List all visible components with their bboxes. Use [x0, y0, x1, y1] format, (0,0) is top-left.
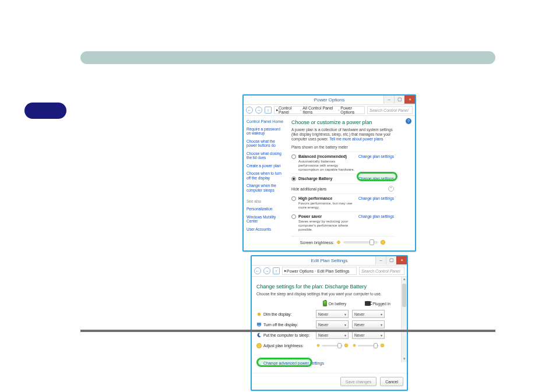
- crumb[interactable]: Power Options: [287, 269, 314, 273]
- sun-dim-icon: [337, 241, 340, 245]
- titlebar[interactable]: Power Options – ▢ ×: [244, 96, 415, 105]
- help-icon[interactable]: ?: [406, 118, 411, 124]
- crumb[interactable]: All Control Panel Items: [302, 106, 337, 114]
- change-plan-settings-link[interactable]: Change plan settings: [358, 154, 394, 158]
- setting-row-brightness: Adjust plan brightness:: [256, 340, 402, 351]
- sidebar-link[interactable]: User Accounts: [247, 227, 284, 231]
- page-desc: Choose the sleep and display settings th…: [256, 292, 402, 296]
- dim-battery-select[interactable]: Never▾: [316, 310, 349, 318]
- change-plan-settings-link[interactable]: Change plan settings: [358, 196, 394, 200]
- scrollbar-thumb[interactable]: [402, 284, 406, 307]
- plan-row-powersaver: Power saver Saves energy by reducing you…: [291, 211, 394, 234]
- minimize-button[interactable]: –: [383, 96, 394, 104]
- more-info-link[interactable]: Tell me more about power plans: [329, 137, 383, 141]
- dim-plugged-select[interactable]: Never▾: [352, 310, 385, 318]
- sidebar-link[interactable]: Choose what closing the lid does: [247, 151, 284, 160]
- section-heading: Plans shown on the battery meter: [291, 145, 394, 149]
- plan-desc: Automatically balances performance with …: [298, 159, 356, 171]
- sleep-plugged-select[interactable]: Never▾: [352, 331, 385, 339]
- nav-forward-button[interactable]: →: [255, 107, 262, 114]
- sidebar-link[interactable]: Create a power plan: [247, 164, 284, 168]
- titlebar[interactable]: Edit Plan Settings – ▢ ×: [252, 256, 407, 266]
- main-panel: ? Choose or customize a power plan A pow…: [287, 116, 415, 250]
- radio[interactable]: [291, 176, 296, 181]
- plan-name[interactable]: Discharge Battery: [298, 176, 356, 181]
- search-input[interactable]: Search Control Panel: [359, 267, 404, 275]
- page-desc: A power plan is a collection of hardware…: [291, 128, 394, 142]
- step-pill: [24, 103, 66, 119]
- search-input[interactable]: Search Control Panel: [367, 106, 413, 114]
- maximize-button[interactable]: ▢: [386, 256, 396, 264]
- sidebar-link[interactable]: Require a password on wakeup: [247, 127, 284, 136]
- sidebar-link[interactable]: Windows Mobility Center: [247, 215, 284, 224]
- crumb[interactable]: Control Panel: [279, 106, 299, 114]
- scroll-up-icon[interactable]: ▴: [402, 277, 407, 282]
- plan-name[interactable]: Balanced (recommended): [298, 154, 356, 158]
- sidebar-heading[interactable]: Control Panel Home: [247, 119, 284, 123]
- page-title: Change settings for the plan: Discharge …: [256, 284, 402, 289]
- brightness-slider[interactable]: [343, 241, 378, 243]
- nav-toolbar: ← → ↑ ▸ Power Options› Edit Plan Setting…: [252, 266, 407, 277]
- nav-forward-button[interactable]: →: [263, 267, 270, 274]
- power-options-window: Power Options – ▢ × ← → ↑ ▸ Control Pane…: [242, 94, 416, 252]
- radio[interactable]: [291, 154, 296, 159]
- advanced-settings-link[interactable]: Change advanced power settings: [263, 361, 324, 365]
- sidebar-link[interactable]: Personalization: [247, 207, 284, 211]
- brightness-plugged-slider[interactable]: [352, 341, 385, 349]
- cancel-button[interactable]: Cancel: [380, 377, 403, 386]
- plan-name[interactable]: Power saver: [298, 214, 356, 218]
- sidebar: Control Panel Home Require a password on…: [244, 116, 287, 250]
- radio[interactable]: [291, 196, 296, 201]
- crumb[interactable]: Power Options: [340, 106, 363, 114]
- nav-back-button[interactable]: ←: [246, 107, 253, 114]
- scroll-down-icon[interactable]: ▾: [402, 356, 407, 362]
- plug-icon: [365, 301, 371, 306]
- main-panel: Change settings for the plan: Discharge …: [252, 277, 407, 373]
- change-plan-settings-link[interactable]: Change plan settings: [358, 214, 394, 218]
- display-off-battery-select[interactable]: Never▾: [316, 320, 349, 329]
- window-title: Power Options: [314, 97, 344, 103]
- change-plan-settings-link[interactable]: Change plan settings: [358, 176, 394, 181]
- button-row: Save changes Cancel: [252, 373, 407, 390]
- nav-up-button[interactable]: ↑: [265, 107, 272, 114]
- plan-desc: Favors performance, but may use more ene…: [298, 201, 356, 209]
- sidebar-seealso-heading: See also: [247, 199, 284, 203]
- maximize-button[interactable]: ▢: [394, 96, 404, 104]
- collapse-icon[interactable]: ˄: [388, 186, 394, 192]
- nav-toolbar: ← → ↑ ▸ Control Panel› All Control Panel…: [244, 105, 415, 116]
- bottom-rule: [80, 330, 495, 332]
- sidebar-link[interactable]: Change when the computer sleeps: [247, 183, 284, 192]
- sun-bright-icon: [344, 344, 348, 347]
- toggle-additional-plans[interactable]: Hide additional plans ˄: [291, 183, 394, 193]
- svg-point-0: [258, 313, 261, 316]
- sleep-battery-select[interactable]: Never▾: [316, 331, 349, 339]
- breadcrumb[interactable]: ▸ Control Panel› All Control Panel Items…: [274, 106, 365, 114]
- setting-row-display-off: Turn off the display: Never▾ Never▾: [256, 319, 402, 330]
- edit-plan-settings-window: Edit Plan Settings – ▢ × ← → ↑ ▸ Power O…: [251, 255, 408, 391]
- svg-rect-2: [258, 326, 261, 327]
- breadcrumb[interactable]: ▸ Power Options› Edit Plan Settings: [282, 267, 357, 275]
- plan-name[interactable]: High performance: [298, 196, 356, 200]
- close-button[interactable]: ×: [396, 256, 407, 264]
- nav-up-button[interactable]: ↑: [273, 267, 280, 274]
- sidebar-link[interactable]: Choose what the power buttons do: [247, 139, 284, 148]
- display-off-plugged-select[interactable]: Never▾: [352, 320, 385, 329]
- close-button[interactable]: ×: [404, 96, 415, 104]
- crumb[interactable]: Edit Plan Settings: [317, 269, 349, 273]
- radio[interactable]: [291, 214, 296, 219]
- sun-bright-icon: [381, 240, 385, 245]
- vertical-scrollbar[interactable]: ▴ ▾: [401, 277, 407, 362]
- save-changes-button[interactable]: Save changes: [340, 377, 376, 386]
- column-headers: On battery Plugged in: [318, 301, 402, 306]
- minimize-button[interactable]: –: [375, 256, 386, 264]
- page-title: Choose or customize a power plan: [291, 119, 394, 125]
- plan-row-highperf: High performance Favors performance, but…: [291, 193, 394, 211]
- plan-row-discharge: Discharge Battery Change plan settings: [291, 174, 394, 183]
- sun-dim-icon: [353, 344, 356, 347]
- brightness-battery-slider[interactable]: [316, 341, 349, 349]
- sidebar-link[interactable]: Choose when to turn off the display: [247, 171, 284, 180]
- plan-row-balanced: Balanced (recommended) Automatically bal…: [291, 151, 394, 174]
- window-title: Edit Plan Settings: [311, 258, 347, 263]
- sun-dim-icon: [317, 344, 320, 347]
- nav-back-button[interactable]: ←: [254, 267, 261, 274]
